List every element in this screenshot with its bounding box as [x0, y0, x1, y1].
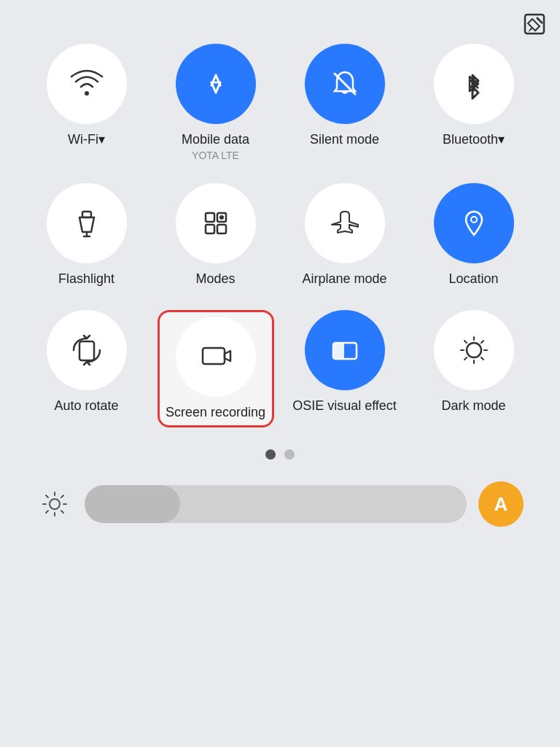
- flashlight-label: Flashlight: [58, 271, 114, 287]
- svg-rect-5: [206, 213, 214, 222]
- silent-circle: [305, 44, 385, 124]
- silent-mode-tile[interactable]: Silent mode: [287, 44, 403, 161]
- osie-tile[interactable]: OSIE visual effect: [287, 310, 403, 427]
- svg-rect-8: [217, 225, 226, 233]
- svg-rect-14: [333, 343, 344, 359]
- svg-point-15: [467, 343, 481, 357]
- modes-tile[interactable]: Modes: [158, 183, 274, 287]
- flashlight-circle: [47, 183, 127, 263]
- osie-label: OSIE visual effect: [292, 398, 397, 414]
- dark-mode-tile[interactable]: Dark mode: [416, 310, 532, 427]
- svg-line-23: [464, 357, 467, 360]
- auto-rotate-tile[interactable]: Auto rotate: [28, 310, 145, 427]
- osie-icon: [326, 331, 364, 369]
- airplane-circle: [305, 183, 385, 263]
- wifi-icon: [68, 65, 106, 103]
- svg-rect-7: [206, 225, 214, 233]
- modes-circle: [176, 183, 256, 263]
- bluetooth-tile[interactable]: Bluetooth▾: [416, 44, 532, 161]
- bottom-bar: A: [22, 481, 538, 527]
- wifi-circle: [47, 44, 127, 124]
- wifi-label: Wi-Fi▾: [68, 131, 105, 148]
- bluetooth-circle: [434, 44, 514, 124]
- svg-point-10: [471, 217, 477, 222]
- dot-2[interactable]: [284, 449, 295, 460]
- modes-label: Modes: [195, 271, 235, 287]
- airplane-icon: [326, 204, 364, 242]
- flashlight-icon: [68, 204, 106, 242]
- svg-point-24: [50, 499, 60, 509]
- svg-rect-11: [79, 341, 94, 360]
- location-circle: [434, 183, 514, 263]
- dark-mode-label: Dark mode: [441, 398, 505, 414]
- row-1: Wi-Fi▾ Mobile data YOTA LTE: [22, 44, 538, 161]
- screen-recording-circle: [176, 317, 256, 397]
- silent-icon: [326, 65, 364, 103]
- svg-line-29: [46, 495, 48, 498]
- svg-line-22: [481, 341, 483, 343]
- edit-icon-button[interactable]: [524, 13, 547, 36]
- mobile-data-icon: [197, 65, 235, 103]
- avatar-letter: A: [494, 493, 508, 516]
- mobile-data-label: Mobile data: [182, 131, 249, 148]
- svg-line-30: [61, 511, 63, 513]
- avatar[interactable]: A: [478, 481, 524, 527]
- svg-rect-12: [203, 348, 225, 364]
- dot-1[interactable]: [265, 449, 276, 460]
- location-tile[interactable]: Location: [416, 183, 532, 287]
- osie-circle: [305, 310, 385, 390]
- bluetooth-icon-alt: [455, 65, 493, 103]
- auto-rotate-circle: [47, 310, 127, 390]
- location-label: Location: [448, 271, 498, 287]
- flashlight-tile[interactable]: Flashlight: [28, 183, 145, 287]
- auto-rotate-label: Auto rotate: [54, 398, 118, 414]
- wifi-tile[interactable]: Wi-Fi▾: [28, 44, 145, 161]
- svg-line-21: [481, 357, 483, 360]
- airplane-label: Airplane mode: [302, 271, 386, 287]
- mobile-data-circle: [176, 44, 256, 124]
- screen-recording-label: Screen recording: [166, 404, 265, 421]
- brightness-icon: [36, 486, 73, 522]
- modes-icon: [197, 204, 235, 242]
- bluetooth-label: Bluetooth▾: [443, 131, 505, 148]
- airplane-tile[interactable]: Airplane mode: [287, 183, 403, 287]
- mobile-data-sublabel: YOTA LTE: [192, 150, 239, 161]
- quick-settings-panel: Wi-Fi▾ Mobile data YOTA LTE: [0, 0, 560, 541]
- location-icon: [455, 204, 493, 242]
- screen-recording-icon: [197, 338, 235, 376]
- dark-mode-circle: [434, 310, 514, 390]
- auto-rotate-icon: [68, 331, 106, 369]
- mobile-data-tile[interactable]: Mobile data YOTA LTE: [158, 44, 274, 161]
- row-2: Flashlight Modes: [22, 183, 538, 287]
- screen-recording-tile[interactable]: Screen recording: [158, 310, 274, 427]
- brightness-slider[interactable]: [85, 485, 467, 523]
- row-3: Auto rotate Screen recording OSIE visual…: [22, 310, 538, 427]
- silent-label: Silent mode: [310, 131, 379, 148]
- svg-line-32: [46, 511, 48, 513]
- svg-line-20: [464, 341, 467, 343]
- pagination-dots: [22, 449, 538, 460]
- svg-line-31: [61, 495, 63, 498]
- dark-mode-icon: [455, 331, 493, 369]
- brightness-fill: [85, 485, 180, 523]
- svg-point-9: [219, 215, 224, 220]
